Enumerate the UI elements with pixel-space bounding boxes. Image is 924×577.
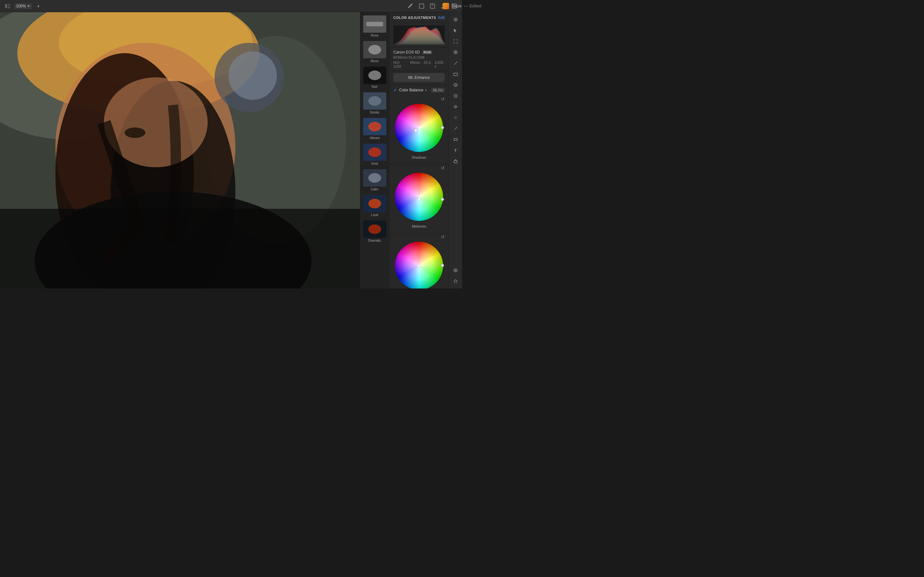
photo-area [0,12,360,288]
lens-name: EF85mm f/1.8 USM [393,55,445,59]
type-tool-button[interactable]: T [451,145,460,155]
highlights-wheel[interactable]: + [393,240,445,288]
color-balance-header: ✓ Color Balance ▾ ML Fix [389,85,449,97]
sidebar-toggle-icon[interactable] [4,2,11,10]
add-adjustment-button[interactable]: Add [438,15,445,20]
adjustments-panel: COLOR ADJUSTMENTS Add [389,12,449,288]
preset-label-loud: Loud [371,213,378,217]
preset-dramatic[interactable]: Dramatic [360,219,389,244]
vignette-tool-button[interactable] [451,91,460,101]
retouch-tool-button[interactable] [451,80,460,90]
zoom-plus-button[interactable]: + [35,2,42,10]
midtones-wheel-dark [395,173,443,221]
highlights-wheel-section: ↺ + Highlights [389,233,449,288]
heal-tool-button[interactable] [451,47,460,57]
highlights-wheel-handle[interactable] [417,264,421,268]
preset-thumb-none [363,15,386,33]
export-icon[interactable] [429,2,436,10]
titlebar-left: 100% ▼ + [4,2,42,10]
shadows-wheel-handle[interactable] [414,129,417,132]
photo-display [0,12,360,288]
preset-thumb-loud [363,195,386,212]
shadows-wheel-dark [395,104,443,152]
preset-none[interactable]: None [360,13,389,39]
selection-tool-button[interactable] [451,37,460,46]
preset-calm[interactable]: Calm [360,167,389,193]
section-actions: ML Fix [431,88,445,93]
highlights-reset-row: ↺ [389,233,449,240]
rect-tool-button[interactable] [451,135,460,144]
raw-badge: RAW [423,50,433,54]
svg-rect-49 [454,39,454,41]
color-balance-chevron[interactable]: ▾ [425,89,427,92]
spray-tool-button[interactable] [451,113,460,122]
midtones-wheel-handle[interactable] [417,197,421,200]
midtones-wheel[interactable]: + [393,171,445,222]
preset-label-none: None [371,34,379,37]
pen-tool-button[interactable] [451,124,460,133]
shadows-reset-icon[interactable]: ↺ [441,97,445,102]
preset-mono[interactable]: Mono [360,39,389,65]
crop-icon[interactable] [418,2,425,10]
midtones-luminance-handle[interactable] [441,198,444,201]
preset-label-dramatic: Dramatic [368,239,381,242]
svg-point-20 [228,51,277,100]
exif-focal: 85mm [410,61,420,68]
camera-model: Canon EOS 6D [393,50,420,55]
histogram-svg [393,25,445,45]
svg-point-32 [368,96,381,106]
svg-rect-69 [454,139,457,140]
eye-tool-button[interactable] [451,266,460,275]
highlights-luminance-handle[interactable] [441,264,444,267]
midtones-reset-row: ↺ [389,164,449,171]
sun-tool-button[interactable] [451,102,460,111]
shadows-wheel[interactable]: + [393,102,445,153]
main-content: None Mono Noir Smoky [0,12,462,288]
app-icon [443,3,449,9]
midtones-label: Midtones [412,224,426,228]
preset-loud[interactable]: Loud [360,193,389,219]
preset-label-vivid: Vivid [371,162,378,165]
svg-point-36 [368,147,381,157]
preset-label-mono: Mono [371,59,379,63]
color-adj-panel: Canon EOS 6D RAW EF85mm f/1.8 USM ISO 12… [389,23,449,288]
preset-label-vibrant: Vibrant [370,136,380,140]
svg-rect-52 [457,42,457,43]
preset-noir[interactable]: Noir [360,65,389,90]
svg-point-59 [455,84,456,85]
svg-point-71 [455,269,456,271]
highlights-reset-icon[interactable]: ↺ [441,234,445,239]
ml-fix-badge[interactable]: ML Fix [431,88,445,93]
preset-thumb-smoky [363,92,386,110]
camera-info: Canon EOS 6D RAW EF85mm f/1.8 USM ISO 12… [389,47,449,71]
shape-tool-button[interactable] [451,156,460,166]
presets-column: None Mono Noir Smoky [360,12,389,288]
star-tool-button[interactable] [451,276,460,286]
brush-tool-button[interactable] [451,58,460,68]
shadows-luminance-handle[interactable] [441,126,444,129]
ml-enhance-button[interactable]: ML Enhance [393,73,445,82]
camera-model-row: Canon EOS 6D RAW [393,50,445,55]
cursor-tool-button[interactable] [451,26,460,35]
panel-header: COLOR ADJUSTMENTS Add [389,12,449,23]
svg-rect-70 [454,161,457,163]
svg-point-58 [454,83,457,87]
shadows-wheel-container: + Shadows [389,102,449,159]
svg-point-62 [455,106,457,108]
zoom-control[interactable]: 100% ▼ [14,3,32,9]
color-balance-check[interactable]: ✓ [393,87,397,93]
preset-thumb-mono [363,41,386,58]
svg-rect-0 [5,4,7,8]
preset-vivid[interactable]: Vivid [360,142,389,167]
preset-smoky[interactable]: Smoky [360,90,389,116]
eraser-tool-button[interactable] [451,69,460,79]
titlebar-center: Gaze — Edited [443,3,462,9]
eyedropper-tool-button[interactable] [451,15,460,24]
right-panel: None Mono Noir Smoky [360,12,462,288]
midtones-reset-icon[interactable]: ↺ [441,165,445,171]
svg-point-68 [455,117,456,118]
preset-vibrant[interactable]: Vibrant [360,116,389,142]
annotate-icon[interactable] [407,2,415,10]
section-title-row: ✓ Color Balance ▾ [393,87,427,93]
app-title: Gaze [452,3,462,8]
